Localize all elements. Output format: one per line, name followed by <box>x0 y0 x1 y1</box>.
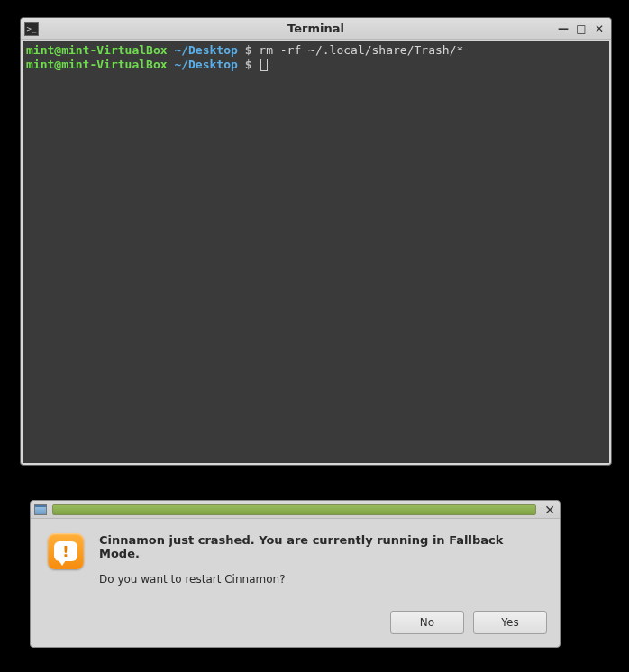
dialog-titlebar-fill <box>52 504 536 515</box>
dialog-icon-wrap: ! <box>43 533 88 602</box>
prompt-dollar: $ <box>238 58 259 71</box>
crash-dialog: ✕ ! Cinnamon just crashed. You are curre… <box>30 500 561 648</box>
no-button[interactable]: No <box>390 611 464 634</box>
prompt-path: ~/Desktop <box>174 43 237 57</box>
prompt-user: mint@mint-VirtualBox <box>26 58 168 71</box>
dialog-body: ! Cinnamon just crashed. You are current… <box>31 519 560 611</box>
prompt-user: mint@mint-VirtualBox <box>26 43 168 57</box>
window-controls: — □ ✕ <box>555 22 611 36</box>
terminal-body[interactable]: mint@mint-VirtualBox ~/Desktop $ rm -rf … <box>23 41 609 463</box>
command-text: rm -rf ~/.local/share/Trash/* <box>259 43 463 57</box>
dialog-content: Cinnamon just crashed. You are currently… <box>88 533 547 602</box>
prompt-dollar: $ <box>238 43 259 57</box>
dialog-button-row: No Yes <box>31 611 560 647</box>
dialog-question: Do you want to restart Cinnamon? <box>99 573 547 586</box>
yes-button[interactable]: Yes <box>473 611 547 634</box>
terminal-window: >_ Terminal — □ ✕ mint@mint-VirtualBox ~… <box>20 17 612 466</box>
prompt-path: ~/Desktop <box>174 58 237 71</box>
dialog-heading: Cinnamon just crashed. You are currently… <box>99 533 547 560</box>
terminal-title: Terminal <box>21 22 611 35</box>
close-button[interactable]: ✕ <box>591 22 607 36</box>
minimize-button[interactable]: — <box>555 22 571 36</box>
maximize-button[interactable]: □ <box>573 22 589 36</box>
dialog-close-button[interactable]: ✕ <box>542 502 558 518</box>
warning-icon: ! <box>48 533 84 569</box>
exclamation-icon: ! <box>62 543 68 560</box>
terminal-app-icon: >_ <box>24 22 39 36</box>
dialog-titlebar[interactable]: ✕ <box>31 501 560 519</box>
terminal-titlebar[interactable]: >_ Terminal — □ ✕ <box>21 18 611 40</box>
cursor-icon <box>260 59 268 71</box>
dialog-app-icon <box>34 504 47 515</box>
speech-bubble-icon: ! <box>54 541 77 561</box>
